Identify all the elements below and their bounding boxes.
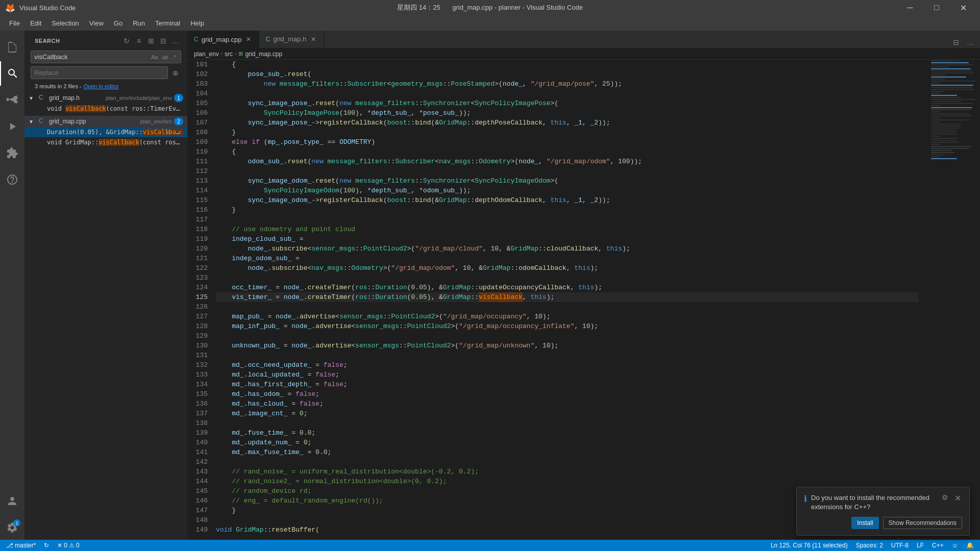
collapse-all-button[interactable]: ⊟ (158, 35, 169, 46)
position-item[interactable]: Ln 125, Col 76 (11 selected) (769, 540, 850, 551)
open-in-editor-link[interactable]: Open in editor (84, 83, 119, 89)
code-line-112 (216, 166, 919, 176)
code-content[interactable]: { pose_sub_.reset( new message_filters::… (216, 60, 929, 540)
breadcrumb-src[interactable]: src (225, 51, 233, 58)
git-branch-item[interactable]: ⎇ master* (4, 540, 38, 551)
menu-edit[interactable]: Edit (26, 17, 45, 29)
replace-all-button[interactable]: ⊕ (170, 67, 181, 79)
code-line-131 (216, 350, 919, 360)
app-icon: 🦊 (5, 3, 15, 13)
result-file-header-cpp[interactable]: ▼ C grid_map.cpp plan_env/src 2 (24, 116, 187, 127)
title-bar: 🦊 Visual Studio Code 星期四 14：25 grid_map.… (0, 0, 980, 15)
code-line-122: node_.subscribe<nav_msgs::Odometry>("/gr… (216, 263, 919, 273)
tab-grid-map-cpp[interactable]: C grid_map.cpp ✕ (188, 31, 259, 48)
activity-explorer[interactable] (0, 35, 24, 59)
menu-help[interactable]: Help (186, 17, 208, 29)
notification-gear-button[interactable]: ⚙ (941, 493, 949, 502)
code-line-143: // rand_noise_ = uniform_real_distributi… (216, 467, 919, 477)
maximize-button[interactable]: □ (925, 0, 948, 15)
menu-go[interactable]: Go (110, 17, 127, 29)
breadcrumb: plan_env › src › ⊞ grid_map.cpp (188, 48, 980, 60)
line-num-147: 147 (188, 506, 212, 515)
tab-close-h[interactable]: ✕ (309, 35, 317, 43)
code-line-138 (216, 418, 919, 428)
code-line-103: new message_filters::Subscriber<geometry… (216, 79, 919, 89)
tab-icon-h: C (265, 36, 270, 43)
activity-help[interactable] (0, 167, 24, 192)
menu-view[interactable]: View (85, 17, 108, 29)
spaces-item[interactable]: Spaces: 2 (854, 540, 885, 551)
warning-icon: ⚠ (69, 542, 75, 549)
feedback-item[interactable]: ☺ (950, 540, 960, 551)
result-line-cpp-1[interactable]: Duration(0.05), &GridMap::visCallback, t… (24, 127, 187, 137)
menu-file[interactable]: File (5, 17, 24, 29)
install-button[interactable]: Install (851, 517, 878, 529)
line-num-118: 118 (188, 224, 212, 234)
breadcrumb-filename[interactable]: grid_map.cpp (245, 51, 282, 58)
menu-run[interactable]: Run (129, 17, 149, 29)
tab-label-cpp: grid_map.cpp (202, 36, 242, 43)
menu-terminal[interactable]: Terminal (151, 17, 184, 29)
regex-toggle[interactable]: .* (171, 54, 178, 61)
code-line-114: SyncPolicyImageOdom(100), *depth_sub_, *… (216, 186, 919, 195)
activity-run-debug[interactable] (0, 114, 24, 139)
result-filename-h: grid_map.h (49, 94, 104, 102)
code-line-137: md_.image_cnt_ = 0; (216, 409, 919, 418)
close-button[interactable]: ✕ (951, 0, 975, 15)
result-line-h-1[interactable]: void visCallback(const ros::TimerEvent& … (24, 104, 187, 114)
notification-header: ℹ Do you want to install the recommended… (804, 493, 962, 512)
eol-item[interactable]: LF (915, 540, 926, 551)
notifications-item[interactable]: 🔔 (964, 540, 976, 551)
line-num-142: 142 (188, 457, 212, 467)
replace-input[interactable] (34, 69, 164, 77)
line-num-110: 110 (188, 147, 212, 157)
status-left: ⎇ master* ↻ ✕ 0 ⚠ 0 (4, 540, 82, 551)
menu-selection[interactable]: Selection (47, 17, 83, 29)
line-num-129: 129 (188, 331, 212, 341)
more-editor-actions-button[interactable]: … (965, 37, 976, 48)
activity-source-control[interactable] (0, 88, 24, 112)
notification-close-button[interactable]: ✕ (953, 493, 962, 503)
minimize-button[interactable]: ─ (898, 0, 922, 15)
activity-search[interactable] (0, 61, 24, 86)
git-branch-label: master* (15, 542, 36, 549)
refresh-search-button[interactable]: ↻ (121, 35, 132, 46)
tab-grid-map-h[interactable]: C grid_map.h ✕ (259, 31, 324, 48)
line-num-144: 144 (188, 477, 212, 486)
activity-settings[interactable]: 1 (0, 515, 24, 540)
code-line-109: else if (mp_.pose_type_ == ODOMETRY) (216, 137, 919, 147)
search-input[interactable] (34, 53, 148, 61)
show-recommendations-button[interactable]: Show Recommendations (883, 517, 962, 529)
main-area: 1 SEARCH ↻ ≡ ⊞ ⊟ … Aa (0, 31, 980, 540)
match-case-toggle[interactable]: Aa (150, 54, 159, 61)
dismiss-match-button-cpp-1[interactable]: ✕ (174, 127, 185, 138)
tab-close-cpp[interactable]: ✕ (244, 35, 253, 43)
errors-item[interactable]: ✕ 0 ⚠ 0 (55, 540, 81, 551)
dismiss-match-button-cpp-2[interactable]: ✕ (174, 137, 185, 148)
sync-item[interactable]: ↻ (42, 540, 51, 551)
clear-search-button[interactable]: ≡ (133, 35, 144, 46)
activity-account[interactable] (0, 489, 24, 513)
code-line-144: // rand_noise2_ = normal_distribution<do… (216, 477, 919, 486)
match-word-toggle[interactable]: ab (160, 54, 169, 61)
line-num-141: 141 (188, 447, 212, 457)
line-num-112: 112 (188, 166, 212, 176)
tab-label-h: grid_map.h (273, 35, 306, 43)
breadcrumb-plan-env[interactable]: plan_env (194, 51, 219, 58)
line-num-140: 140 (188, 438, 212, 447)
search-actions: ↻ ≡ ⊞ ⊟ … (121, 35, 181, 46)
result-line-cpp-2[interactable]: void GridMap::visCallback(const ros::Tim… (24, 137, 187, 147)
encoding-item[interactable]: UTF-8 (889, 540, 911, 551)
activity-extensions[interactable] (0, 141, 24, 165)
line-num-119: 119 (188, 234, 212, 244)
result-line-actions-cpp-1: ⊞ ✕ (162, 127, 185, 138)
open-match-button-cpp-1[interactable]: ⊞ (162, 127, 173, 138)
editor-area: C grid_map.cpp ✕ C grid_map.h ✕ ⊟ … plan… (188, 31, 980, 540)
dismiss-match-button[interactable]: ✕ (174, 103, 185, 114)
open-in-editor-icon-button[interactable]: ⊞ (145, 35, 157, 46)
split-editor-button[interactable]: ⊟ (950, 37, 962, 48)
language-item[interactable]: C++ (930, 540, 946, 551)
editor-actions: ⊟ … (946, 37, 980, 48)
more-actions-button[interactable]: … (170, 35, 181, 46)
result-file-header-h[interactable]: ▼ C grid_map.h plan_env/include/plan_env… (24, 92, 187, 104)
